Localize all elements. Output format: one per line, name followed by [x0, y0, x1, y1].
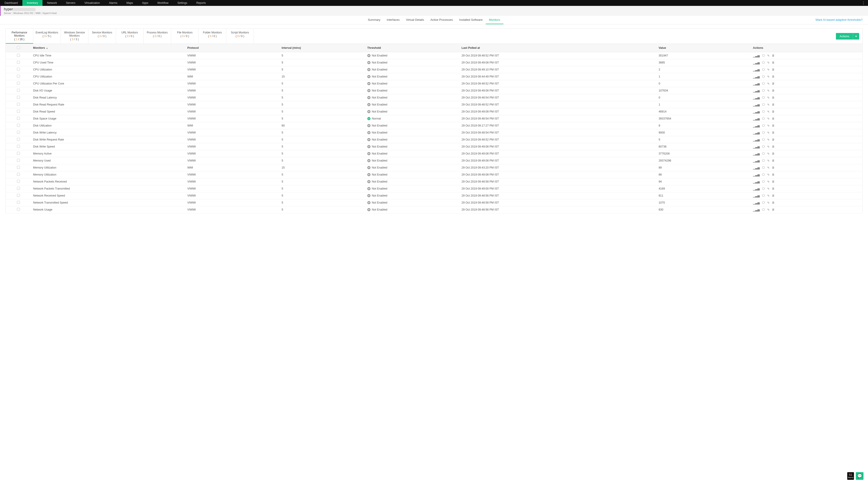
- cell-monitor-name[interactable]: CPU Utilization: [31, 66, 185, 73]
- edit-icon[interactable]: ✎: [767, 131, 770, 134]
- chart-icon[interactable]: ▁▃▅: [753, 82, 760, 86]
- col-threshold[interactable]: Threshold: [366, 44, 460, 52]
- cell-monitor-name[interactable]: Disk Write Latency: [31, 129, 185, 136]
- tab-virtual-details[interactable]: Virtual Details: [403, 16, 427, 24]
- monitor-icon[interactable]: 🖵: [762, 187, 765, 190]
- tab-interfaces[interactable]: Interfaces: [383, 16, 403, 24]
- row-checkbox[interactable]: [17, 54, 20, 57]
- chart-icon[interactable]: ▁▃▅: [753, 159, 760, 162]
- delete-icon[interactable]: 🗑: [772, 75, 775, 78]
- nav-alarms[interactable]: Alarms: [104, 0, 122, 6]
- chart-icon[interactable]: ▁▃▅: [753, 145, 760, 149]
- select-all-checkbox[interactable]: [17, 46, 20, 49]
- monitor-tab-7[interactable]: Folder Monitors( 0 / 0 ): [199, 29, 226, 43]
- row-checkbox[interactable]: [17, 124, 20, 127]
- row-checkbox[interactable]: [17, 89, 20, 92]
- chart-icon[interactable]: ▁▃▅: [753, 152, 760, 155]
- monitor-tab-8[interactable]: Script Monitors( 0 / 0 ): [226, 29, 254, 43]
- row-checkbox[interactable]: [17, 173, 20, 176]
- delete-icon[interactable]: 🗑: [772, 201, 775, 204]
- cell-monitor-name[interactable]: Disk Read Request Rate: [31, 101, 185, 108]
- col-protocol[interactable]: Protocol: [186, 44, 280, 52]
- edit-icon[interactable]: ✎: [767, 173, 770, 176]
- monitor-icon[interactable]: 🖵: [762, 173, 765, 176]
- chart-icon[interactable]: ▁▃▅: [753, 180, 760, 184]
- row-checkbox[interactable]: [17, 201, 20, 204]
- cell-monitor-name[interactable]: Memory Utilization: [31, 171, 185, 178]
- chart-icon[interactable]: ▁▃▅: [753, 201, 760, 204]
- delete-icon[interactable]: 🗑: [772, 82, 775, 86]
- chart-icon[interactable]: ▁▃▅: [753, 117, 760, 120]
- chart-icon[interactable]: ▁▃▅: [753, 68, 760, 71]
- monitor-icon[interactable]: 🖵: [762, 124, 765, 127]
- monitor-icon[interactable]: 🖵: [762, 75, 765, 78]
- cell-monitor-name[interactable]: Disk Space Usage: [31, 115, 185, 122]
- delete-icon[interactable]: 🗑: [772, 110, 775, 114]
- delete-icon[interactable]: 🗑: [772, 117, 775, 120]
- monitor-icon[interactable]: 🖵: [762, 166, 765, 169]
- monitor-icon[interactable]: 🖵: [762, 194, 765, 197]
- ai-thresholds-link[interactable]: Want AI-based adaptive thresholds?: [815, 18, 863, 22]
- nav-reports[interactable]: Reports: [192, 0, 210, 6]
- delete-icon[interactable]: 🗑: [772, 208, 775, 212]
- nav-dashboard[interactable]: Dashboard: [0, 0, 22, 6]
- edit-icon[interactable]: ✎: [767, 103, 770, 106]
- delete-icon[interactable]: 🗑: [772, 54, 775, 57]
- delete-icon[interactable]: 🗑: [772, 173, 775, 176]
- row-checkbox[interactable]: [17, 75, 20, 78]
- nav-settings[interactable]: Settings: [173, 0, 192, 6]
- row-checkbox[interactable]: [17, 138, 20, 141]
- monitor-icon[interactable]: 🖵: [762, 180, 765, 184]
- edit-icon[interactable]: ✎: [767, 68, 770, 71]
- row-checkbox[interactable]: [17, 61, 20, 64]
- monitor-icon[interactable]: 🖵: [762, 152, 765, 155]
- cell-monitor-name[interactable]: Disk Write Speed: [31, 143, 185, 150]
- nav-inventory[interactable]: Inventory: [22, 0, 42, 6]
- cell-monitor-name[interactable]: Disk Write Request Rate: [31, 136, 185, 143]
- edit-icon[interactable]: ✎: [767, 75, 770, 78]
- edit-icon[interactable]: ✎: [767, 124, 770, 127]
- edit-icon[interactable]: ✎: [767, 159, 770, 162]
- delete-icon[interactable]: 🗑: [772, 68, 775, 71]
- delete-icon[interactable]: 🗑: [772, 159, 775, 162]
- edit-icon[interactable]: ✎: [767, 117, 770, 120]
- overflow-menu-icon[interactable]: ⋮: [859, 1, 868, 5]
- nav-virtualization[interactable]: Virtualization: [80, 0, 104, 6]
- cell-monitor-name[interactable]: Memory Active: [31, 150, 185, 157]
- cell-monitor-name[interactable]: Network Packets Received: [31, 178, 185, 185]
- monitor-tab-5[interactable]: Process Monitors( 0 / 0 ): [144, 29, 171, 43]
- monitor-icon[interactable]: 🖵: [762, 159, 765, 162]
- row-checkbox[interactable]: [17, 166, 20, 169]
- chart-icon[interactable]: ▁▃▅: [753, 75, 760, 78]
- edit-icon[interactable]: ✎: [767, 166, 770, 169]
- edit-icon[interactable]: ✎: [767, 82, 770, 86]
- monitor-tab-4[interactable]: URL Monitors( 0 / 0 ): [116, 29, 144, 43]
- chart-icon[interactable]: ▁▃▅: [753, 96, 760, 99]
- nav-servers[interactable]: Servers: [61, 0, 80, 6]
- monitor-tab-3[interactable]: Service Monitors( 0 / 0 ): [88, 29, 116, 43]
- monitor-icon[interactable]: 🖵: [762, 54, 765, 57]
- cell-monitor-name[interactable]: Memory Utilization: [31, 164, 185, 171]
- edit-icon[interactable]: ✎: [767, 89, 770, 92]
- delete-icon[interactable]: 🗑: [772, 89, 775, 92]
- col-monitors[interactable]: Monitors▲: [31, 44, 185, 52]
- monitor-icon[interactable]: 🖵: [762, 103, 765, 106]
- delete-icon[interactable]: 🗑: [772, 96, 775, 99]
- row-checkbox[interactable]: [17, 145, 20, 148]
- row-checkbox[interactable]: [17, 208, 20, 211]
- chart-icon[interactable]: ▁▃▅: [753, 187, 760, 190]
- edit-icon[interactable]: ✎: [767, 110, 770, 114]
- cell-monitor-name[interactable]: Disk I/O Usage: [31, 87, 185, 94]
- edit-icon[interactable]: ✎: [767, 201, 770, 204]
- delete-icon[interactable]: 🗑: [772, 124, 775, 127]
- chart-icon[interactable]: ▁▃▅: [753, 61, 760, 64]
- delete-icon[interactable]: 🗑: [772, 131, 775, 134]
- delete-icon[interactable]: 🗑: [772, 103, 775, 106]
- row-checkbox[interactable]: [17, 159, 20, 162]
- monitor-icon[interactable]: 🖵: [762, 68, 765, 71]
- nav-apps[interactable]: Apps: [138, 0, 153, 6]
- cell-monitor-name[interactable]: Disk Utilization: [31, 122, 185, 129]
- nav-network[interactable]: Network: [42, 0, 61, 6]
- delete-icon[interactable]: 🗑: [772, 194, 775, 197]
- cell-monitor-name[interactable]: Network Transmitted Speed: [31, 199, 185, 206]
